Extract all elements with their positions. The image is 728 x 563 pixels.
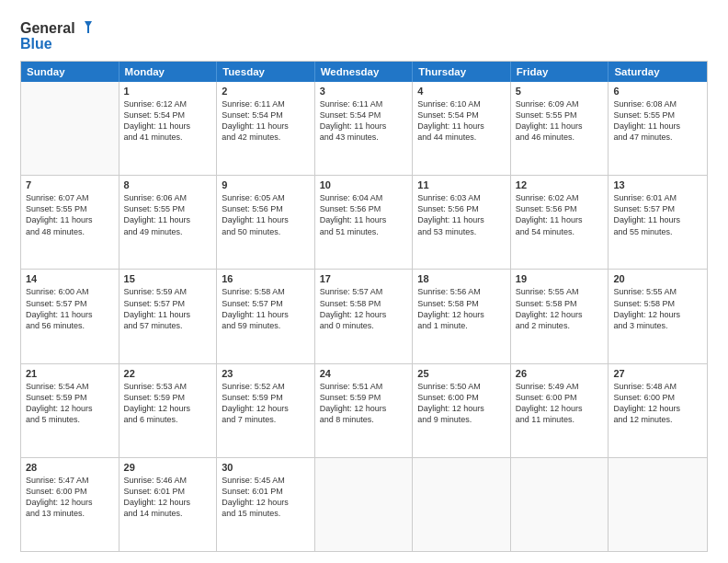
day-number: 6 — [613, 86, 702, 97]
day-info: Sunrise: 6:05 AM Sunset: 5:56 PM Dayligh… — [222, 192, 310, 237]
day-info: Sunrise: 6:10 AM Sunset: 5:54 PM Dayligh… — [417, 98, 506, 144]
calendar-header: SundayMondayTuesdayWednesdayThursdayFrid… — [21, 62, 707, 82]
day-number: 4 — [417, 86, 506, 97]
day-info: Sunrise: 5:47 AM Sunset: 6:00 PM Dayligh… — [26, 475, 114, 520]
day-info: Sunrise: 6:00 AM Sunset: 5:57 PM Dayligh… — [26, 286, 114, 331]
day-cell-16: 16Sunrise: 5:58 AM Sunset: 5:57 PM Dayli… — [217, 270, 315, 362]
day-number: 1 — [124, 86, 212, 97]
day-number: 17 — [320, 273, 408, 284]
day-info: Sunrise: 5:55 AM Sunset: 5:58 PM Dayligh… — [613, 286, 702, 331]
page: General Blue SundayMondayTuesdayWednesda… — [0, 0, 728, 563]
header-day-thursday: Thursday — [413, 62, 511, 82]
header-day-saturday: Saturday — [609, 62, 707, 82]
week-row-3: 14Sunrise: 6:00 AM Sunset: 5:57 PM Dayli… — [21, 270, 707, 363]
day-number: 13 — [613, 179, 702, 190]
day-cell-29: 29Sunrise: 5:46 AM Sunset: 6:01 PM Dayli… — [119, 458, 218, 551]
day-cell-3: 3Sunrise: 6:11 AM Sunset: 5:54 PM Daylig… — [315, 82, 414, 175]
week-row-4: 21Sunrise: 5:54 AM Sunset: 5:59 PM Dayli… — [21, 364, 707, 458]
day-cell-6: 6Sunrise: 6:08 AM Sunset: 5:55 PM Daylig… — [609, 82, 707, 175]
day-number: 28 — [26, 462, 114, 473]
week-row-1: 1Sunrise: 6:12 AM Sunset: 5:54 PM Daylig… — [21, 82, 707, 176]
day-info: Sunrise: 6:09 AM Sunset: 5:55 PM Dayligh… — [516, 98, 604, 144]
svg-text:Blue: Blue — [20, 36, 52, 52]
day-cell-22: 22Sunrise: 5:53 AM Sunset: 5:59 PM Dayli… — [119, 364, 218, 457]
day-cell-30: 30Sunrise: 5:45 AM Sunset: 6:01 PM Dayli… — [217, 458, 315, 551]
day-number: 10 — [320, 179, 408, 190]
day-cell-26: 26Sunrise: 5:49 AM Sunset: 6:00 PM Dayli… — [511, 364, 609, 457]
day-info: Sunrise: 6:01 AM Sunset: 5:57 PM Dayligh… — [613, 192, 702, 237]
day-number: 18 — [417, 273, 506, 284]
day-info: Sunrise: 5:45 AM Sunset: 6:01 PM Dayligh… — [222, 475, 310, 520]
day-info: Sunrise: 5:54 AM Sunset: 5:59 PM Dayligh… — [26, 381, 114, 426]
header-day-tuesday: Tuesday — [217, 62, 315, 82]
empty-cell — [413, 458, 511, 551]
day-cell-14: 14Sunrise: 6:00 AM Sunset: 5:57 PM Dayli… — [21, 270, 119, 362]
header-day-sunday: Sunday — [21, 62, 119, 82]
day-info: Sunrise: 5:51 AM Sunset: 5:59 PM Dayligh… — [320, 381, 408, 426]
day-cell-11: 11Sunrise: 6:03 AM Sunset: 5:56 PM Dayli… — [413, 176, 511, 269]
day-info: Sunrise: 6:12 AM Sunset: 5:54 PM Dayligh… — [124, 98, 212, 144]
calendar-body: 1Sunrise: 6:12 AM Sunset: 5:54 PM Daylig… — [21, 82, 707, 551]
day-cell-5: 5Sunrise: 6:09 AM Sunset: 5:55 PM Daylig… — [511, 82, 609, 175]
day-info: Sunrise: 5:58 AM Sunset: 5:57 PM Dayligh… — [222, 286, 310, 331]
day-info: Sunrise: 6:06 AM Sunset: 5:55 PM Dayligh… — [124, 192, 212, 237]
day-number: 15 — [124, 273, 212, 284]
header-day-friday: Friday — [511, 62, 609, 82]
day-cell-15: 15Sunrise: 5:59 AM Sunset: 5:57 PM Dayli… — [119, 270, 218, 362]
day-info: Sunrise: 5:57 AM Sunset: 5:58 PM Dayligh… — [320, 286, 408, 331]
day-cell-20: 20Sunrise: 5:55 AM Sunset: 5:58 PM Dayli… — [609, 270, 707, 362]
day-number: 24 — [320, 368, 408, 379]
day-number: 2 — [222, 86, 310, 97]
day-info: Sunrise: 5:52 AM Sunset: 5:59 PM Dayligh… — [222, 381, 310, 426]
day-info: Sunrise: 6:11 AM Sunset: 5:54 PM Dayligh… — [320, 98, 408, 144]
day-number: 30 — [222, 462, 310, 473]
day-cell-9: 9Sunrise: 6:05 AM Sunset: 5:56 PM Daylig… — [217, 176, 315, 269]
day-cell-7: 7Sunrise: 6:07 AM Sunset: 5:55 PM Daylig… — [21, 176, 119, 269]
day-info: Sunrise: 6:02 AM Sunset: 5:56 PM Dayligh… — [516, 192, 604, 237]
day-number: 20 — [613, 273, 702, 284]
day-number: 9 — [222, 179, 310, 190]
day-cell-4: 4Sunrise: 6:10 AM Sunset: 5:54 PM Daylig… — [413, 82, 511, 175]
day-info: Sunrise: 5:46 AM Sunset: 6:01 PM Dayligh… — [124, 475, 212, 520]
day-cell-25: 25Sunrise: 5:50 AM Sunset: 6:00 PM Dayli… — [413, 364, 511, 457]
day-cell-19: 19Sunrise: 5:55 AM Sunset: 5:58 PM Dayli… — [511, 270, 609, 362]
header-day-wednesday: Wednesday — [315, 62, 414, 82]
day-info: Sunrise: 6:03 AM Sunset: 5:56 PM Dayligh… — [417, 192, 506, 237]
day-number: 25 — [417, 368, 506, 379]
logo-svg: General Blue — [20, 17, 94, 53]
day-cell-1: 1Sunrise: 6:12 AM Sunset: 5:54 PM Daylig… — [119, 82, 218, 175]
day-cell-21: 21Sunrise: 5:54 AM Sunset: 5:59 PM Dayli… — [21, 364, 119, 457]
svg-text:General: General — [20, 20, 75, 36]
day-number: 21 — [26, 368, 114, 379]
day-number: 3 — [320, 86, 408, 97]
day-cell-13: 13Sunrise: 6:01 AM Sunset: 5:57 PM Dayli… — [609, 176, 707, 269]
day-cell-18: 18Sunrise: 5:56 AM Sunset: 5:58 PM Dayli… — [413, 270, 511, 362]
day-cell-28: 28Sunrise: 5:47 AM Sunset: 6:00 PM Dayli… — [21, 458, 119, 551]
day-cell-10: 10Sunrise: 6:04 AM Sunset: 5:56 PM Dayli… — [315, 176, 414, 269]
day-info: Sunrise: 5:55 AM Sunset: 5:58 PM Dayligh… — [516, 286, 604, 331]
day-number: 16 — [222, 273, 310, 284]
day-cell-23: 23Sunrise: 5:52 AM Sunset: 5:59 PM Dayli… — [217, 364, 315, 457]
day-cell-2: 2Sunrise: 6:11 AM Sunset: 5:54 PM Daylig… — [217, 82, 315, 175]
day-number: 7 — [26, 179, 114, 190]
day-info: Sunrise: 5:59 AM Sunset: 5:57 PM Dayligh… — [124, 286, 212, 331]
week-row-2: 7Sunrise: 6:07 AM Sunset: 5:55 PM Daylig… — [21, 176, 707, 270]
empty-cell — [315, 458, 414, 551]
day-cell-17: 17Sunrise: 5:57 AM Sunset: 5:58 PM Dayli… — [315, 270, 414, 362]
day-info: Sunrise: 6:07 AM Sunset: 5:55 PM Dayligh… — [26, 192, 114, 237]
day-info: Sunrise: 5:50 AM Sunset: 6:00 PM Dayligh… — [417, 381, 506, 426]
empty-cell — [21, 82, 119, 175]
header: General Blue — [20, 17, 708, 53]
day-info: Sunrise: 6:04 AM Sunset: 5:56 PM Dayligh… — [320, 192, 408, 237]
day-cell-27: 27Sunrise: 5:48 AM Sunset: 6:00 PM Dayli… — [609, 364, 707, 457]
empty-cell — [609, 458, 707, 551]
day-cell-8: 8Sunrise: 6:06 AM Sunset: 5:55 PM Daylig… — [119, 176, 218, 269]
day-info: Sunrise: 5:56 AM Sunset: 5:58 PM Dayligh… — [417, 286, 506, 331]
day-number: 23 — [222, 368, 310, 379]
day-info: Sunrise: 5:49 AM Sunset: 6:00 PM Dayligh… — [516, 381, 604, 426]
day-number: 5 — [516, 86, 604, 97]
day-number: 14 — [26, 273, 114, 284]
day-number: 22 — [124, 368, 212, 379]
day-number: 27 — [613, 368, 702, 379]
logo: General Blue — [20, 17, 94, 53]
